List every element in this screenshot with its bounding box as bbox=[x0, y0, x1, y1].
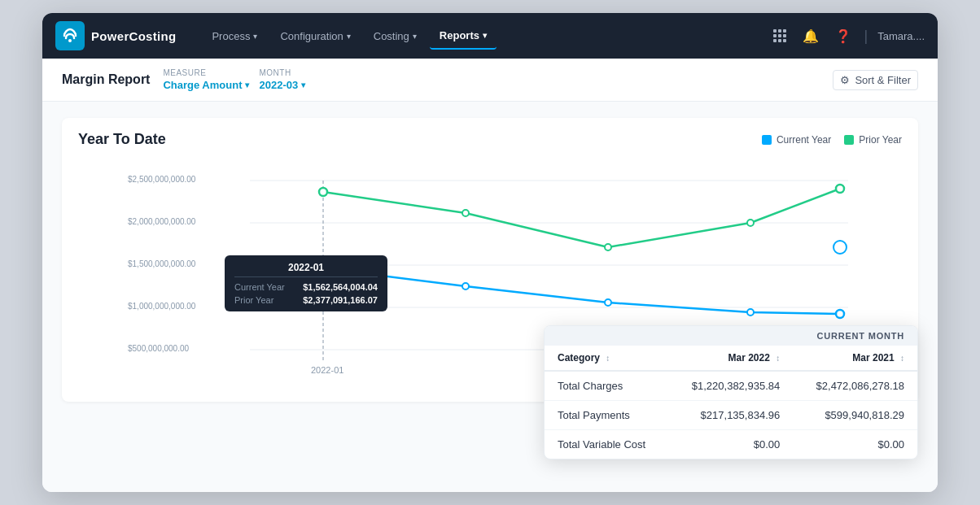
chevron-down-icon: ▾ bbox=[301, 81, 305, 89]
svg-point-0 bbox=[68, 39, 72, 42]
svg-point-12 bbox=[319, 188, 327, 196]
chart-header: Year To Date Current Year Prior Year bbox=[78, 131, 902, 148]
subheader: Margin Report MEASURE Charge Amount ▾ MO… bbox=[42, 59, 938, 102]
svg-text:2022-01: 2022-01 bbox=[311, 365, 343, 375]
current-year-color bbox=[762, 135, 772, 145]
svg-text:$1,500,000,000.00: $1,500,000,000.00 bbox=[128, 259, 196, 268]
data-popup: CURRENT MONTH Category ↕ Mar 2022 ↕ Ma bbox=[544, 325, 918, 459]
svg-point-16 bbox=[836, 185, 844, 193]
col-mar2022[interactable]: Mar 2022 ↕ bbox=[668, 346, 793, 371]
tooltip-row-prior: Prior Year $2,377,091,166.07 bbox=[234, 295, 378, 305]
help-icon-button[interactable]: ❓ bbox=[832, 25, 855, 47]
table-row: Total Charges $1,220,382,935.84 $2,472,0… bbox=[545, 371, 917, 401]
page-title: Margin Report bbox=[62, 72, 150, 87]
svg-point-14 bbox=[605, 244, 611, 250]
user-menu[interactable]: Tamara.... bbox=[877, 30, 925, 42]
sort-icon: ↕ bbox=[606, 354, 610, 363]
filter-group: MEASURE Charge Amount ▾ MONTH 2022-03 ▾ bbox=[163, 68, 305, 91]
chevron-down-icon: ▾ bbox=[253, 32, 257, 41]
svg-point-18 bbox=[462, 283, 469, 290]
table-row: Total Variable Cost $0.00 $0.00 bbox=[545, 430, 917, 459]
svg-text:$2,000,000,000.00: $2,000,000,000.00 bbox=[128, 217, 196, 226]
svg-text:$1,000,000,000.00: $1,000,000,000.00 bbox=[128, 302, 196, 311]
chart-legend: Current Year Prior Year bbox=[762, 134, 902, 146]
svg-point-20 bbox=[747, 309, 754, 316]
row-category: Total Variable Cost bbox=[545, 430, 668, 459]
filter-icon: ⚙ bbox=[840, 74, 850, 86]
tooltip-prior-label: Prior Year bbox=[234, 295, 273, 305]
legend-current-year: Current Year bbox=[762, 134, 831, 146]
month-filter: MONTH 2022-03 ▾ bbox=[259, 68, 305, 91]
chevron-down-icon: ▾ bbox=[483, 31, 487, 40]
row-category: Total Payments bbox=[545, 401, 668, 430]
svg-point-19 bbox=[605, 299, 611, 306]
tooltip-current-label: Current Year bbox=[234, 282, 285, 292]
brand: PowerCosting bbox=[55, 21, 176, 50]
grid-icon-button[interactable] bbox=[770, 26, 790, 46]
row-mar2021: $599,940,818.29 bbox=[793, 401, 917, 430]
nav-item-reports[interactable]: Reports ▾ bbox=[430, 23, 497, 50]
bell-icon-button[interactable]: 🔔 bbox=[799, 25, 822, 47]
measure-filter: MEASURE Charge Amount ▾ bbox=[163, 68, 249, 91]
measure-value-dropdown[interactable]: Charge Amount ▾ bbox=[163, 79, 249, 91]
col-mar2021[interactable]: Mar 2021 ↕ bbox=[793, 346, 917, 371]
navbar: PowerCosting Process ▾ Configuration ▾ C… bbox=[42, 13, 938, 59]
row-mar2022: $1,220,382,935.84 bbox=[668, 371, 793, 401]
subheader-left: Margin Report MEASURE Charge Amount ▾ MO… bbox=[62, 68, 305, 91]
sort-filter-button[interactable]: ⚙ Sort & Filter bbox=[833, 70, 918, 90]
legend-prior-year: Prior Year bbox=[844, 134, 902, 146]
svg-text:$500,000,000.00: $500,000,000.00 bbox=[128, 344, 190, 353]
row-mar2022: $217,135,834.96 bbox=[668, 401, 793, 430]
nav-item-process[interactable]: Process ▾ bbox=[202, 24, 267, 49]
nav-right: 🔔 ❓ | Tamara.... bbox=[770, 25, 925, 47]
nav-item-configuration[interactable]: Configuration ▾ bbox=[270, 24, 360, 49]
svg-point-15 bbox=[747, 220, 754, 226]
tooltip-current-value: $1,562,564,004.04 bbox=[303, 282, 378, 292]
month-label: MONTH bbox=[259, 68, 305, 77]
svg-text:$2,500,000,000.00: $2,500,000,000.00 bbox=[128, 175, 196, 184]
row-category: Total Charges bbox=[545, 371, 668, 401]
popup-table: Category ↕ Mar 2022 ↕ Mar 2021 ↕ bbox=[545, 346, 917, 459]
col-category[interactable]: Category ↕ bbox=[545, 346, 668, 371]
svg-point-21 bbox=[836, 310, 844, 318]
row-mar2022: $0.00 bbox=[668, 430, 793, 459]
chevron-down-icon: ▾ bbox=[347, 32, 351, 41]
main-content: Year To Date Current Year Prior Year bbox=[42, 102, 938, 492]
grid-icon bbox=[773, 29, 786, 42]
svg-point-22 bbox=[833, 241, 847, 254]
prior-year-color bbox=[844, 135, 854, 145]
nav-items: Process ▾ Configuration ▾ Costing ▾ Repo… bbox=[202, 23, 769, 50]
brand-name: PowerCosting bbox=[91, 29, 176, 43]
sort-icon: ↕ bbox=[900, 354, 904, 363]
brand-logo bbox=[55, 21, 85, 50]
measure-label: MEASURE bbox=[163, 68, 249, 77]
chart-tooltip: 2022-01 Current Year $1,562,564,004.04 P… bbox=[225, 255, 387, 311]
app-container: PowerCosting Process ▾ Configuration ▾ C… bbox=[42, 13, 938, 492]
chart-title: Year To Date bbox=[78, 131, 166, 148]
chevron-down-icon: ▾ bbox=[245, 81, 249, 89]
svg-point-13 bbox=[462, 210, 469, 216]
nav-divider: | bbox=[864, 28, 868, 45]
tooltip-prior-value: $2,377,091,166.07 bbox=[303, 295, 378, 305]
table-header-row: Category ↕ Mar 2022 ↕ Mar 2021 ↕ bbox=[545, 346, 917, 371]
row-mar2021: $0.00 bbox=[793, 430, 917, 459]
tooltip-header: 2022-01 bbox=[234, 262, 378, 277]
popup-header: CURRENT MONTH bbox=[545, 326, 917, 346]
chevron-down-icon: ▾ bbox=[413, 32, 417, 41]
row-mar2021: $2,472,086,278.18 bbox=[793, 371, 917, 401]
table-row: Total Payments $217,135,834.96 $599,940,… bbox=[545, 401, 917, 430]
month-value-dropdown[interactable]: 2022-03 ▾ bbox=[259, 79, 305, 91]
sort-icon: ↕ bbox=[776, 354, 780, 363]
tooltip-row-current: Current Year $1,562,564,004.04 bbox=[234, 282, 378, 292]
nav-item-costing[interactable]: Costing ▾ bbox=[364, 24, 427, 49]
